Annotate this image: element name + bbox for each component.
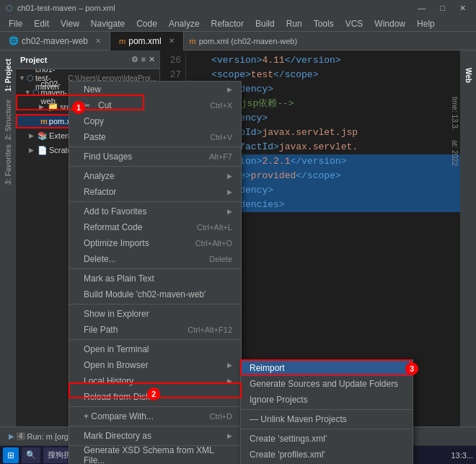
maven-unlink[interactable]: — Unlink Maven Projects	[241, 411, 413, 427]
ctx-open-terminal[interactable]: Open in Terminal	[69, 341, 241, 357]
app-icon: ⬡	[6, 4, 13, 13]
ctx-mark-directory[interactable]: Mark Directory as	[69, 428, 241, 444]
ctx-reload[interactable]: Reload from Disk	[69, 389, 241, 405]
arrow-icon: ▶	[39, 103, 46, 110]
taskbar-search[interactable]: 🔍	[22, 447, 40, 463]
reformat-shortcut: Ctrl+Alt+L	[197, 223, 232, 232]
right-panel-hint2: at: 2022	[446, 137, 460, 169]
ctx-new-label: New	[84, 84, 101, 95]
ctx-add-favorites[interactable]: Add to Favorites	[69, 203, 241, 219]
code-line-26: <version>4.11</version>	[189, 53, 460, 68]
tab-ch02[interactable]: 🌐 ch02-maven-web ✕	[0, 32, 110, 51]
file-path-label: File Path	[84, 325, 118, 335]
find-usages-shortcut: Alt+F7	[209, 152, 232, 161]
delete-label: Delete...	[84, 254, 116, 264]
ctx-copy[interactable]: Copy	[69, 113, 241, 129]
ctx-find-usages[interactable]: Find Usages Alt+F7	[69, 149, 241, 165]
compare-shortcut: Ctrl+D	[210, 412, 232, 421]
minimize-btn[interactable]: —	[413, 4, 430, 13]
ctx-generate-xsd[interactable]: Generate XSD Schema from XML File...	[69, 447, 241, 463]
expand-icon[interactable]: ≡	[141, 55, 146, 64]
menu-analyze[interactable]: Analyze	[163, 17, 206, 30]
maven-ignore[interactable]: Ignore Projects	[241, 392, 413, 408]
reload-label: Reload from Disk	[84, 392, 150, 402]
ctx-build-module[interactable]: Build Module 'ch02-maven-web'	[69, 286, 241, 302]
ctx-plain-text[interactable]: Mark as Plain Text	[69, 271, 241, 286]
menu-run[interactable]: Run	[281, 17, 308, 30]
ctx-local-history[interactable]: Local History	[69, 373, 241, 389]
module-icon: ⬡	[32, 88, 40, 97]
ctx-optimize[interactable]: Optimize Imports Ctrl+Alt+O	[69, 235, 241, 251]
tab-pom[interactable]: m pom.xml ✕	[110, 32, 184, 51]
ctx-paste[interactable]: Paste Ctrl+V	[69, 129, 241, 145]
menu-file[interactable]: File	[3, 17, 28, 30]
sidebar-item-web[interactable]: Web	[461, 53, 475, 97]
title-bar: ⬡ ch01-test-maven – pom.xml — □ ✕	[0, 0, 476, 16]
menu-navigate[interactable]: Navigate	[85, 17, 131, 30]
sync-icon[interactable]: ⚙	[131, 55, 138, 64]
run-icon: ▶	[9, 432, 14, 440]
ctx-new[interactable]: New	[69, 82, 241, 97]
right-panel-hint: time: 13.3.	[446, 94, 460, 133]
maven-generate-sources[interactable]: Generate Sources and Update Folders	[241, 376, 413, 392]
menu-window[interactable]: Window	[369, 17, 411, 30]
copy-label: Copy	[84, 116, 104, 126]
ctx-compare[interactable]: + Compare With... Ctrl+D	[69, 408, 241, 424]
optimize-shortcut: Ctrl+Alt+O	[195, 239, 232, 248]
cut-label: Cut	[98, 100, 112, 110]
right-side-tabs: Web	[460, 51, 476, 445]
sidebar-item-project[interactable]: 1: Project	[1, 53, 15, 97]
menu-refactor[interactable]: Refactor	[206, 17, 250, 30]
close-panel-icon[interactable]: ✕	[149, 55, 155, 64]
menu-help[interactable]: Help	[411, 17, 441, 30]
ctx-item-left: ✂ Cut	[84, 100, 112, 110]
local-history-label: Local History	[84, 376, 133, 386]
ctx-cut[interactable]: ✂ Cut Ctrl+X	[69, 97, 241, 113]
tab-close-pom[interactable]: ✕	[169, 37, 175, 45]
ctx-refactor[interactable]: Refactor	[69, 184, 241, 200]
menu-edit[interactable]: Edit	[28, 17, 55, 30]
maven-create-profiles[interactable]: Create 'profiles.xml'	[241, 447, 413, 463]
show-explorer-label: Show in Explorer	[84, 309, 149, 319]
arrow-icon: ▶	[29, 146, 36, 154]
context-menu: New ✂ Cut Ctrl+X Copy Paste Ctrl+V Find …	[69, 81, 242, 464]
optimize-label: Optimize Imports	[84, 238, 149, 248]
reformat-label: Reformat Code	[84, 222, 142, 232]
sidebar-item-favorites[interactable]: 3: Favorites	[1, 143, 15, 186]
maximize-btn[interactable]: □	[436, 4, 449, 13]
arrow-icon: ▼	[25, 89, 31, 96]
ctx-analyze[interactable]: Analyze	[69, 168, 241, 184]
ctx-reformat[interactable]: Reformat Code Ctrl+Alt+L	[69, 219, 241, 235]
maven-reimport[interactable]: Reimport	[241, 360, 413, 376]
open-terminal-label: Open in Terminal	[84, 344, 149, 354]
tab-icon-pom: m	[119, 37, 125, 45]
tab-close-ch02[interactable]: ✕	[95, 37, 101, 45]
ctx-sep4	[69, 268, 241, 269]
delete-shortcut: Delete	[209, 255, 232, 263]
close-btn[interactable]: ✕	[455, 4, 470, 13]
code-line-27: <scope>test</scope>	[189, 68, 460, 82]
ctx-open-browser[interactable]: Open in Browser	[69, 357, 241, 373]
start-button[interactable]: ⊞	[3, 447, 19, 463]
menu-view[interactable]: View	[55, 17, 85, 30]
ctx-delete[interactable]: Delete... Delete	[69, 251, 241, 267]
reimport-label: Reimport	[250, 363, 285, 373]
maven-sep2	[241, 429, 413, 429]
ctx-file-path[interactable]: File Path Ctrl+Alt+F12	[69, 322, 241, 338]
generate-xsd-label: Generate XSD Schema from XML File...	[84, 445, 232, 464]
menu-bar: File Edit View Navigate Code Analyze Ref…	[0, 16, 476, 32]
run-label: Run:	[27, 432, 44, 441]
menu-code[interactable]: Code	[131, 17, 163, 30]
active-tab-icon: m	[190, 37, 196, 45]
tab-label-pom: pom.xml	[128, 36, 161, 46]
ctx-show-explorer[interactable]: Show in Explorer	[69, 306, 241, 322]
sidebar-item-structure[interactable]: 2: Structure	[1, 98, 15, 141]
menu-tools[interactable]: Tools	[308, 17, 340, 30]
ctx-sep3	[69, 201, 241, 202]
create-settings-label: Create 'settings.xml'	[250, 434, 327, 444]
menu-build[interactable]: Build	[250, 17, 281, 30]
maven-create-settings[interactable]: Create 'settings.xml'	[241, 431, 413, 447]
menu-vcs[interactable]: VCS	[340, 17, 369, 30]
left-side-tabs: 1: Project 2: Structure 3: Favorites	[0, 51, 16, 445]
lib-icon: 📚	[38, 131, 48, 141]
